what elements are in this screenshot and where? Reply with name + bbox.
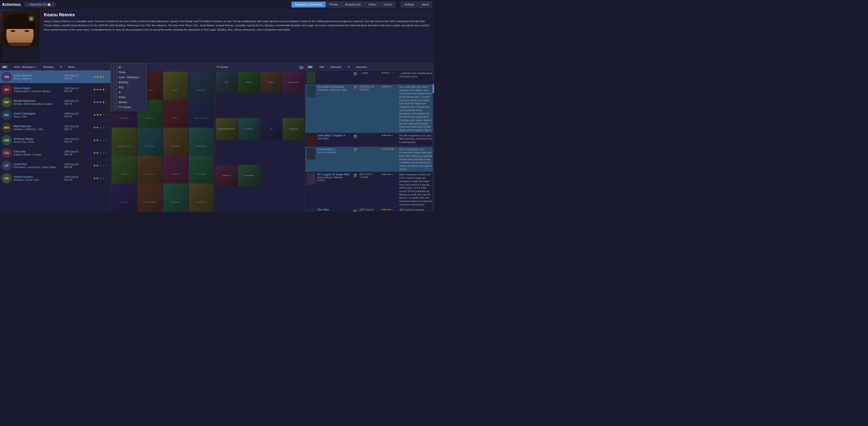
tv-thumbnail[interactable]: WALKER <box>238 71 259 93</box>
actor-row[interactable]: CG Cara Gee Calgary, Alberta, Canada 198… <box>0 147 111 159</box>
tv-thumbnail[interactable]: WALKING DEAD <box>283 71 304 93</box>
actor-info: Austin Abrams Sarasota, Florida, USA <box>13 175 62 181</box>
tv-thumbnail[interactable]: THE OFFICE <box>238 118 259 140</box>
tv-thumbnail[interactable]: NCIS <box>216 71 237 93</box>
dropdown-item[interactable]: Birthday <box>111 80 147 85</box>
film-star: ★ <box>384 148 386 151</box>
tv-thumbnail[interactable]: CHICAGO PD <box>283 118 304 140</box>
about-button[interactable]: About <box>418 2 432 7</box>
tab-videos[interactable]: Videos <box>365 2 380 7</box>
actor-avatar: AW <box>1 135 12 146</box>
star-3: ★ <box>99 100 102 104</box>
movie-thumbnail[interactable]: BILL & TED <box>112 183 137 212</box>
film-stars-col-header[interactable]: ★ <box>347 65 350 68</box>
film-character: John Constantine <box>317 151 351 154</box>
actors-table-body: KR Keanu Reeves Beirut, Lebanon 1964-Sep… <box>0 70 111 212</box>
dropdown-item[interactable]: Roles <box>111 95 147 100</box>
star-1: ★ <box>93 177 96 180</box>
tv-thumbnail[interactable]: DESIGNATED SURVIVOR <box>216 118 237 140</box>
film-row[interactable]: John Wick: Chapter 5 John Wick 🎬 ★★★★★ T… <box>306 133 434 147</box>
movie-thumbnail[interactable]: JOHNNY MNEMONIC <box>137 183 162 212</box>
actor-row[interactable]: KR Keanu Reeves Beirut, Lebanon 1964-Sep… <box>0 70 111 83</box>
actor-star-rating: ★★★★★ <box>93 75 109 79</box>
actor-birthday: 1961-Sep-02Age 60 <box>64 138 91 143</box>
actor-star-rating: ★★★★★ <box>93 164 109 167</box>
checkbox[interactable] <box>114 71 117 74</box>
tv-thumbnail[interactable]: BONES <box>260 71 282 93</box>
actor-row[interactable]: GC Gavin Casalegno Texas, USA 1999-Sep-0… <box>0 109 111 121</box>
scrollbar[interactable] <box>433 70 434 212</box>
checkbox[interactable] <box>114 96 117 99</box>
dropdown-item[interactable]: ★ <box>111 90 147 95</box>
roles-col-header[interactable]: Roles <box>68 66 75 68</box>
actor-row[interactable]: MH Mark Harmon Burbank - California - US… <box>0 121 111 134</box>
film-row[interactable]: DC League of Super-Pets Bruce Wayne / Ba… <box>306 172 434 207</box>
film-star: ★ <box>381 208 384 211</box>
checkbox[interactable] <box>114 91 117 94</box>
tv-thumb-inner: LAW & ORDER <box>238 165 259 186</box>
movie-thumbnail[interactable]: PARENTHOOD <box>163 183 188 212</box>
film-row[interactable]: Constantine 2 John Constantine 🎬 ★★★★★ A… <box>306 147 434 172</box>
column-picker-dropdown[interactable]: ID Photo Actor / Birthplace Birthday Pop… <box>111 63 147 111</box>
overview-col-header[interactable]: Overview <box>356 66 367 68</box>
film-star: ★ <box>386 208 389 211</box>
actor-row[interactable]: SH Salma Hayek Coatzacoalcos, Veracruz, … <box>0 83 111 96</box>
tv-thumbnail[interactable]: JAG <box>260 118 282 140</box>
tv-thumbnail[interactable]: SHAMELESS <box>216 165 237 186</box>
movie-thumbnail[interactable]: THE WATCHER <box>189 183 214 212</box>
tv-thumbnail[interactable]: LAW & ORDER <box>238 165 259 186</box>
checkbox[interactable] <box>114 106 117 109</box>
dropdown-item[interactable]: ID <box>111 65 147 70</box>
settings-button[interactable]: Settings <box>401 2 417 7</box>
tab-bar: Biography (139 words) Photos Backgrounds… <box>291 2 395 7</box>
star-1: ★ <box>93 75 96 79</box>
next-date-button[interactable]: › <box>52 3 54 6</box>
actor-avatar: SH <box>1 84 12 95</box>
film-star: ★ <box>386 134 389 137</box>
film-title: Constantine 2 <box>317 148 351 151</box>
film-row[interactable]: The View Self 📺 1997-Aug-1124 years ★★★★… <box>306 207 434 212</box>
tab-biography[interactable]: Biography (139 words) <box>291 2 326 7</box>
star-2: ★ <box>96 177 99 180</box>
actor-info: Mark Harmon Burbank - California - USA <box>13 125 62 130</box>
film-star: ★ <box>384 173 386 176</box>
actor-birthday: 1955-Sep-02Age 66 <box>64 163 91 168</box>
filmography-panel: 161 ⋮ Title ⋮ Released ⋮ ★ ⋮ Overview <box>306 63 434 212</box>
film-row[interactable]: The Matrix Reloaded Thomas A. Anderson /… <box>306 84 434 133</box>
released-col-header[interactable]: Released <box>331 66 341 68</box>
film-star: ★ <box>384 208 386 211</box>
dropdown-item[interactable]: Photo <box>111 70 147 75</box>
tv-panel-header: TV Shows 📺 <box>215 63 305 70</box>
film-star: ★ <box>381 71 384 74</box>
actor-row[interactable]: AA Austin Abrams Sarasota, Florida, USA … <box>0 172 111 185</box>
stars-col-header[interactable]: ★ <box>60 65 62 68</box>
actors-count: 265 <box>1 65 8 68</box>
dropdown-item[interactable]: Movies <box>111 100 147 105</box>
prev-date-button[interactable]: ‹ <box>26 3 29 6</box>
tab-versus[interactable]: Versus <box>380 2 396 7</box>
checkbox[interactable] <box>114 101 117 104</box>
film-star: ★ <box>392 173 394 176</box>
title-col-header[interactable]: Title <box>319 66 324 68</box>
actor-name: Mark Harmon <box>13 125 62 128</box>
star-4: ★ <box>102 151 105 154</box>
birthday-col-header[interactable]: Birthday <box>43 66 54 68</box>
checkbox[interactable] <box>114 66 117 69</box>
dropdown-item[interactable]: Pop <box>111 85 147 90</box>
scroll-thumb[interactable] <box>433 84 434 93</box>
actor-row[interactable]: LP Linda Purl Greenwich, Connecticut, Un… <box>0 159 111 172</box>
dropdown-item[interactable]: TV Shows <box>111 105 147 110</box>
actor-birthplace-col-header[interactable]: Actor / Birthplace ⬍ <box>14 66 37 68</box>
film-row[interactable]: ... ... 🎬 ... years ★★★★★ ...seduction a… <box>306 70 434 84</box>
actor-row[interactable]: MP Merritt Patterson Whistler, British C… <box>0 96 111 109</box>
dropdown-item[interactable]: Actor / Birthplace <box>111 75 147 80</box>
actor-row[interactable]: AW Anthony Wong Hong Kong, China 1961-Se… <box>0 134 111 147</box>
date-navigator[interactable]: ‹ September 02 📅 › <box>25 2 56 7</box>
tab-backgrounds[interactable]: Backgrounds <box>342 2 364 7</box>
star-5: ★ <box>105 164 108 167</box>
tab-photos[interactable]: Photos <box>326 2 341 7</box>
checkbox[interactable] <box>114 81 117 84</box>
checkbox[interactable] <box>114 86 117 89</box>
film-overview: ...seduction and a deadly game of cat an… <box>399 71 433 78</box>
checkbox[interactable] <box>114 76 117 79</box>
